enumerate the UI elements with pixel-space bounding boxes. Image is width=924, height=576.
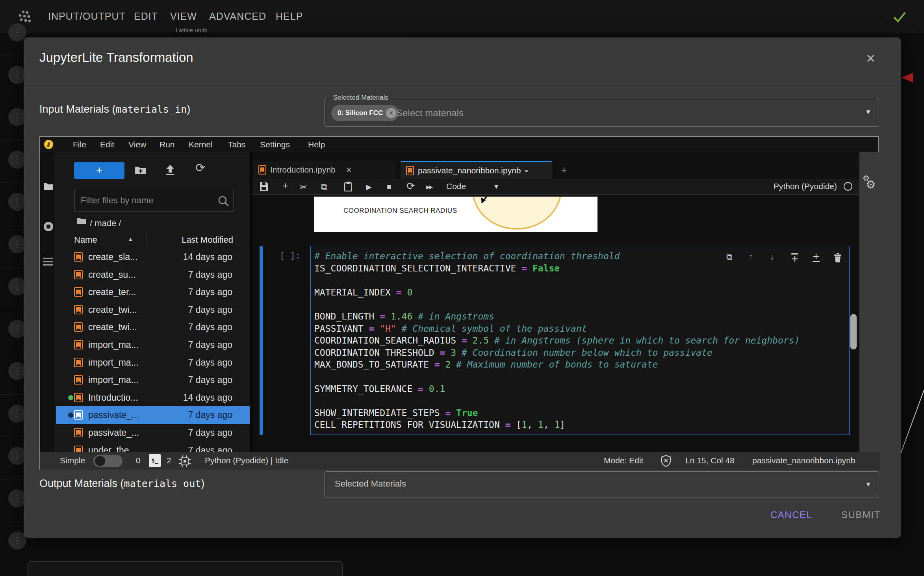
row-divider: [0, 98, 27, 98]
shield-x-icon[interactable]: [661, 455, 671, 467]
code-line: [314, 274, 800, 286]
file-modified: 7 days ago: [188, 427, 232, 438]
restart-kernel-icon[interactable]: ⟳: [406, 180, 415, 192]
new-tab-button[interactable]: +: [556, 161, 572, 179]
menu-advanced[interactable]: ADVANCED: [209, 11, 266, 22]
code-line: MAX_BONDS_TO_SATURATE = 2 # Maximum numb…: [314, 359, 800, 371]
background-panel-fragment: [28, 561, 343, 576]
stop-kernel-icon[interactable]: ■: [387, 182, 391, 191]
lab-menu-kernel[interactable]: Kernel: [189, 140, 213, 149]
column-modified[interactable]: Last Modified: [182, 235, 233, 245]
tab-close-icon[interactable]: ✕: [346, 165, 352, 175]
lab-menu-help[interactable]: Help: [308, 140, 325, 149]
code-cell[interactable]: # Enable interactive selection of coordi…: [310, 246, 850, 435]
folder-tab-icon[interactable]: [43, 181, 54, 191]
submit-button[interactable]: SUBMIT: [839, 509, 883, 521]
mode-indicator[interactable]: Mode: Edit: [604, 456, 643, 465]
kernel-name[interactable]: Python (Pyodide): [750, 182, 837, 191]
kernels-count[interactable]: 2: [167, 456, 171, 465]
duplicate-cell-icon[interactable]: ⧉: [726, 252, 732, 262]
column-name[interactable]: Name: [74, 235, 97, 245]
lab-menu-run[interactable]: Run: [160, 140, 175, 149]
tab-introduction[interactable]: Introduction.ipynb ✕: [253, 161, 395, 179]
delete-cell-icon[interactable]: [834, 253, 842, 262]
jupyterlite-transformation-dialog: JupyterLite Transformation ✕ Input Mater…: [24, 37, 901, 538]
terminals-count[interactable]: 0: [136, 456, 141, 465]
menu-help[interactable]: HELP: [276, 11, 303, 22]
file-row[interactable]: import_ma...7 days ago: [56, 336, 250, 354]
lab-menu-tabs[interactable]: Tabs: [228, 140, 245, 149]
file-icon: [74, 322, 83, 332]
file-row[interactable]: create_twi...7 days ago: [56, 301, 250, 319]
menu-view[interactable]: VIEW: [170, 11, 197, 22]
notebook-content[interactable]: COORDINATION SEARCH RADIUS [ ]: # Enable…: [253, 195, 859, 452]
cell-collapser[interactable]: [260, 246, 263, 435]
cancel-button[interactable]: CANCEL: [768, 509, 815, 521]
file-row[interactable]: under_the...7 days ago: [56, 442, 250, 452]
cut-cells-icon[interactable]: ✂: [299, 182, 307, 193]
breadcrumb-folder-icon[interactable]: [76, 216, 87, 225]
file-row[interactable]: create_sla...14 days ago: [56, 248, 250, 266]
lab-menu-edit[interactable]: Edit: [100, 140, 114, 149]
new-folder-icon[interactable]: [135, 165, 147, 175]
file-row[interactable]: create_su...7 days ago: [56, 266, 250, 284]
insert-cell-below-icon[interactable]: [812, 253, 820, 262]
save-icon[interactable]: [260, 182, 268, 191]
material-chip[interactable]: 0: Silicon FCC ✕: [331, 105, 399, 121]
unsaved-dot-icon: ●: [525, 167, 528, 174]
run-all-icon[interactable]: ▸▸: [426, 182, 432, 191]
close-icon[interactable]: ✕: [866, 52, 876, 65]
insert-cell-above-icon[interactable]: [790, 253, 799, 262]
tab-passivate-nanoribbon[interactable]: passivate_nanoribbon.ipynb ●: [401, 161, 552, 179]
code-editor[interactable]: # Enable interactive selection of coordi…: [314, 250, 800, 431]
new-launcher-button[interactable]: +: [74, 162, 124, 179]
cell-type-select[interactable]: Code: [446, 182, 466, 191]
cursor-position[interactable]: Ln 15, Col 48: [685, 456, 735, 465]
chip-remove-icon[interactable]: ✕: [386, 108, 396, 118]
widget-settings-band: ⚙ ⚙: [859, 152, 879, 452]
output-materials-select[interactable]: [325, 471, 879, 498]
chevron-down-icon[interactable]: ▼: [865, 481, 872, 489]
gear-icon[interactable]: ⚙: [866, 178, 876, 191]
upload-icon[interactable]: [165, 165, 176, 176]
panel-splitter[interactable]: [250, 152, 253, 452]
file-row[interactable]: import_ma...7 days ago: [56, 354, 250, 372]
breadcrumb[interactable]: / made /: [90, 218, 121, 229]
file-row[interactable]: passivate_...7 days ago: [56, 406, 250, 424]
file-icon: [74, 252, 83, 262]
file-row[interactable]: create_twi...7 days ago: [56, 318, 250, 336]
file-row[interactable]: import_ma...7 days ago: [56, 371, 250, 389]
move-cell-up-icon[interactable]: ↑: [749, 252, 753, 262]
copy-cells-icon[interactable]: ⧉: [321, 182, 327, 192]
kernel-status-icon[interactable]: [844, 182, 852, 191]
lab-menu-settings[interactable]: Settings: [260, 140, 290, 149]
current-filename: passivate_nanoribbon.ipynb: [752, 456, 855, 465]
insert-cell-icon[interactable]: +: [282, 180, 288, 192]
file-modified: 7 days ago: [188, 357, 232, 368]
refresh-icon[interactable]: ⟳: [195, 161, 205, 175]
run-cell-icon[interactable]: ▶: [366, 182, 372, 191]
menu-input-output[interactable]: INPUT/OUTPUT: [48, 11, 126, 22]
file-row[interactable]: passivate_...7 days ago: [56, 424, 250, 442]
file-list-header[interactable]: Name ▲ Last Modified: [56, 233, 250, 248]
row-handle-icon: ⋮: [8, 23, 26, 41]
app-logo-icon[interactable]: [17, 9, 32, 24]
chevron-down-icon[interactable]: ▼: [865, 108, 872, 116]
menu-edit[interactable]: EDIT: [134, 11, 158, 22]
table-of-contents-icon[interactable]: [43, 258, 54, 266]
move-cell-down-icon[interactable]: ↓: [770, 252, 774, 262]
notebook-file-icon: [74, 252, 83, 262]
kernel-status-text[interactable]: Python (Pyodide) | Idle: [205, 456, 288, 465]
chevron-down-icon[interactable]: ▾: [494, 182, 498, 191]
filter-files-input[interactable]: Filter files by name: [74, 190, 234, 212]
lab-menu-file[interactable]: File: [73, 140, 86, 149]
file-row[interactable]: create_ter...7 days ago: [56, 283, 250, 301]
simple-mode-toggle[interactable]: [93, 455, 122, 467]
file-name: import_ma...: [88, 375, 139, 385]
file-row[interactable]: Introductio...14 days ago: [56, 389, 250, 407]
check-icon[interactable]: [892, 9, 907, 24]
lab-menu-view[interactable]: View: [128, 140, 146, 149]
notebook-scrollbar[interactable]: [850, 314, 857, 349]
running-kernels-icon[interactable]: [43, 221, 54, 232]
paste-icon[interactable]: [344, 182, 352, 191]
